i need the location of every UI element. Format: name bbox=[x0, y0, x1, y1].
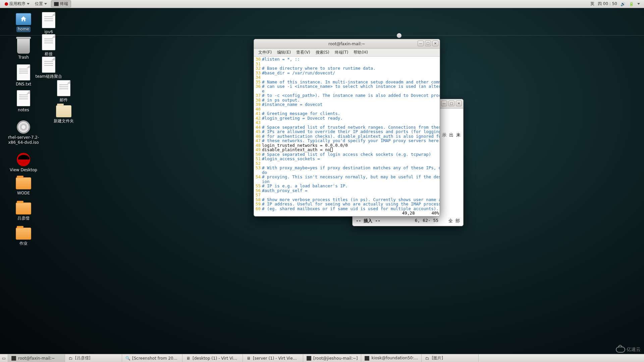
newfolder-label: 新建文件夹 bbox=[54, 119, 74, 124]
terminal-line: 35# Name of this instance. In multi-inst… bbox=[255, 80, 439, 84]
dns-label: DNS.txt bbox=[16, 82, 31, 87]
line-content: #login_greeting = Dovecot ready. bbox=[262, 116, 343, 121]
terminal-line: 47# these networks. Typically you'd spec… bbox=[255, 138, 439, 143]
menu-help[interactable]: 帮助(H) bbox=[351, 49, 370, 56]
terminal-line: 50# Space separated list of login access… bbox=[255, 152, 439, 157]
desktop-icon-iso[interactable]: rhel-server-7.2-x86_64-dvd.iso bbox=[7, 120, 40, 145]
terminal-body[interactable]: 30#listen = *, ::3132# Base directory wh… bbox=[254, 57, 440, 216]
show-desktop-button[interactable]: ▭ bbox=[0, 354, 8, 362]
line-number: 38 bbox=[255, 98, 262, 103]
distro-logo-icon bbox=[5, 2, 8, 6]
line-content: # Base directory where to store runtime … bbox=[262, 66, 376, 71]
task-label: [root@jieshou-mail:~] bbox=[313, 356, 358, 361]
line-content: # Show more verbose process titles (in p… bbox=[262, 197, 440, 202]
team-label: team链路聚合 bbox=[35, 74, 62, 79]
terminal-window[interactable]: root@faxin-mail:~ — □ ✕ 文件(F) 编辑(E) 查看(V… bbox=[254, 39, 440, 217]
window-titlebar[interactable]: root@faxin-mail:~ — □ ✕ bbox=[254, 39, 440, 49]
minimize-button[interactable]: — bbox=[441, 101, 447, 106]
desktop-icon-newfolder[interactable]: 新建文件夹 bbox=[47, 105, 80, 124]
chevron-down-icon bbox=[27, 3, 30, 5]
taskbar-item-files[interactable]: 🗀 [吕彦儒] bbox=[65, 354, 122, 362]
folder-icon bbox=[16, 177, 31, 189]
close-button[interactable]: ✕ bbox=[432, 41, 438, 46]
terminal-line: 37# to -c <config_path>). The instance n… bbox=[255, 93, 439, 98]
taskbar-item-terminal[interactable]: root@faxin-mail:~ bbox=[8, 354, 65, 362]
terminal-line: 55# IP is e.g. a load balancer's IP. bbox=[255, 184, 439, 188]
volume-icon[interactable]: 🔊 bbox=[621, 2, 626, 6]
desktop-icon-notes[interactable]: notes bbox=[7, 90, 40, 113]
line-number: 55 bbox=[255, 184, 262, 188]
image-viewer-icon: 🔍 bbox=[125, 356, 130, 361]
menu-file[interactable]: 文件(F) bbox=[256, 49, 274, 56]
folder-icon bbox=[56, 105, 71, 117]
taskbar-item-virt-desktop[interactable]: 🖥 [desktop (1) - Virt Viewer] bbox=[182, 354, 243, 362]
files-icon: 🗀 bbox=[68, 356, 73, 361]
view-desktop-label: View Desktop bbox=[10, 168, 37, 173]
trash-icon bbox=[17, 39, 30, 54]
desktop-icon-youjian[interactable]: 邮件 bbox=[47, 80, 80, 103]
line-number: 44 bbox=[255, 125, 262, 130]
places-menu[interactable]: 位置 bbox=[32, 0, 50, 8]
terminal-line: 33#base_dir = /var/run/dovecot/ bbox=[255, 71, 439, 75]
watermark: 亿速云 bbox=[616, 347, 641, 353]
maximize-button[interactable]: □ bbox=[425, 41, 431, 46]
task-label: kiosk@foundation50:~/桌面 bbox=[371, 355, 418, 361]
text-file-icon bbox=[57, 80, 70, 96]
chevron-down-icon bbox=[44, 3, 47, 5]
line-number: 41 bbox=[255, 111, 262, 116]
taskbar-item-terminal-2[interactable]: [root@jieshou-mail:~] bbox=[303, 354, 361, 362]
menu-edit[interactable]: 编辑(E) bbox=[275, 49, 293, 56]
maximize-button[interactable]: □ bbox=[448, 101, 454, 106]
minimize-button[interactable]: — bbox=[418, 41, 424, 46]
terminal-line: e bbox=[255, 89, 439, 94]
terminal-line: 51#login_access_sockets = bbox=[255, 157, 439, 161]
desktop-icon-wode[interactable]: WODE bbox=[7, 177, 40, 196]
line-content: #login_access_sockets = bbox=[262, 157, 320, 161]
task-label: [吕彦儒] bbox=[75, 355, 90, 361]
line-content: # Name of this instance. In multi-instan… bbox=[262, 80, 440, 84]
line-content: # Space separated list of login access c… bbox=[262, 152, 431, 157]
taskbar-item-pictures[interactable]: 🗀 [图片] bbox=[422, 354, 479, 362]
terminal-line: 41# Greeting message for clients. bbox=[255, 111, 439, 116]
taskbar-item-virt-server[interactable]: 🖥 [server (1) - Virt Viewer] bbox=[243, 354, 303, 362]
line-number: 34 bbox=[255, 75, 262, 80]
desktop-icon-view-desktop[interactable]: View Desktop bbox=[7, 153, 40, 173]
line-content: # these networks. Typically you'd specif… bbox=[262, 138, 440, 143]
applications-menu[interactable]: 应用程序 bbox=[2, 0, 32, 8]
desktop-icon-lvyanru[interactable]: 吕彦儒 bbox=[7, 202, 40, 221]
line-number: 52 bbox=[255, 161, 262, 166]
menu-search[interactable]: 搜索(S) bbox=[313, 49, 332, 56]
terminal-line: 45# IPs are allowed to override their IP… bbox=[255, 129, 439, 134]
virt-viewer-icon: 🖥 bbox=[186, 356, 191, 361]
line-content: # IP is e.g. a load balancer's IP. bbox=[262, 184, 348, 188]
task-label: [图片] bbox=[432, 355, 443, 361]
line-content: # With proxy_maybe=yes if proxy destinat… bbox=[262, 166, 440, 170]
line-content: #base_dir = /var/run/dovecot/ bbox=[262, 71, 335, 75]
qiaojie-label: 桥接 bbox=[45, 52, 53, 57]
close-button[interactable]: ✕ bbox=[456, 101, 462, 106]
desktop-icon-team[interactable]: team链路聚合 bbox=[32, 57, 65, 79]
desktop-icon-ipv6[interactable]: ipv6 bbox=[32, 12, 65, 35]
terminal-line: 34 bbox=[255, 75, 439, 80]
menu-terminal[interactable]: 终端(T) bbox=[332, 49, 351, 56]
line-number: 40 bbox=[255, 107, 262, 112]
clock[interactable]: 四 00 : 50 bbox=[598, 1, 617, 7]
ime-indicator[interactable]: 英 bbox=[590, 1, 594, 7]
watermark-text: 亿速云 bbox=[627, 347, 641, 353]
desktop-icon-zuoye[interactable]: 作业 bbox=[7, 228, 40, 246]
line-number: 47 bbox=[255, 138, 262, 143]
terminal-menubar: 文件(F) 编辑(E) 查看(V) 搜索(S) 终端(T) 帮助(H) bbox=[254, 49, 440, 57]
wode-label: WODE bbox=[17, 191, 30, 196]
menu-view[interactable]: 查看(V) bbox=[294, 49, 313, 56]
active-window-button[interactable]: 终端 bbox=[51, 0, 71, 7]
line-number: 50 bbox=[255, 152, 262, 157]
terminal-line: 36# can use -i <instance_name> to select… bbox=[255, 84, 439, 89]
desktop-icon-qiaojie[interactable]: 桥接 bbox=[32, 34, 65, 57]
taskbar-item-screenshot[interactable]: 🔍 [Screenshot from 2017-05… bbox=[122, 354, 182, 362]
lvyanru-label: 吕彦儒 bbox=[17, 216, 30, 221]
taskbar-item-terminal-3[interactable]: kiosk@foundation50:~/桌面 bbox=[361, 354, 422, 362]
line-number: 45 bbox=[255, 129, 262, 134]
user-menu-icon[interactable] bbox=[637, 3, 640, 5]
line-number: 51 bbox=[255, 157, 262, 161]
battery-icon[interactable]: 🔋 bbox=[629, 2, 634, 6]
